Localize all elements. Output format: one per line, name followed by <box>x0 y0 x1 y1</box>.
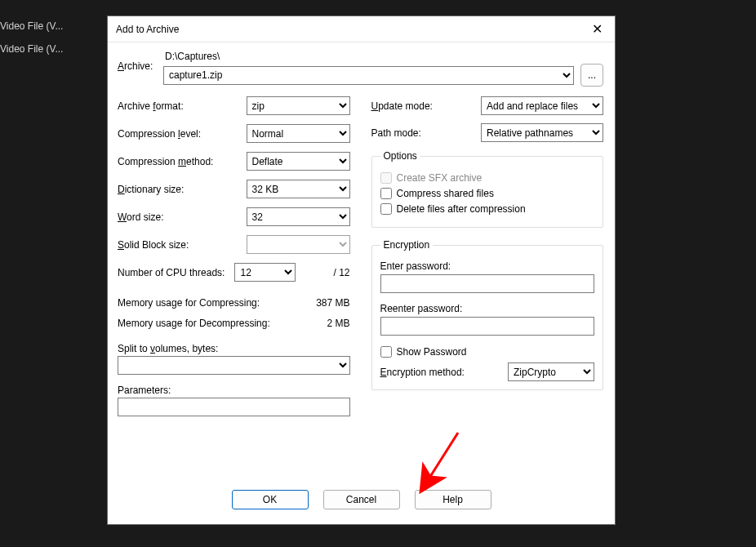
enter-password-label: Enter password: <box>380 260 595 272</box>
sfx-option: Create SFX archive <box>380 172 595 184</box>
mem-compress-label: Memory usage for Compressing: <box>118 297 260 309</box>
encryption-legend: Encryption <box>380 239 434 251</box>
level-label: Compression level: <box>118 128 247 140</box>
update-mode-select[interactable]: Add and replace files <box>481 96 603 115</box>
file-type: Video File (V... <box>0 43 65 55</box>
file-type: Video File (V... <box>0 20 65 32</box>
path-mode-select[interactable]: Relative pathnames <box>481 123 603 142</box>
cpu-label: Number of CPU threads: <box>118 267 234 278</box>
split-label: Split to volumes, bytes: <box>118 343 350 354</box>
reenter-password-label: Reenter password: <box>380 303 595 314</box>
help-button[interactable]: Help <box>415 490 491 509</box>
delete-checkbox[interactable] <box>380 203 392 215</box>
solid-label: Solid Block size: <box>118 239 247 251</box>
archive-path-text: D:\Captures\ <box>163 51 603 62</box>
format-select[interactable]: zip <box>247 96 350 115</box>
close-button[interactable]: ✕ <box>587 21 607 37</box>
mem-decompress-label: Memory usage for Decompressing: <box>118 318 270 329</box>
word-select[interactable]: 32 <box>247 207 350 226</box>
parameters-input[interactable] <box>118 398 350 416</box>
method-label: Compression method: <box>118 156 247 167</box>
path-mode-label: Path mode: <box>371 127 482 139</box>
dialog-title: Add to Archive <box>116 24 179 35</box>
encryption-group: Encryption Enter password: Reenter passw… <box>371 239 604 390</box>
show-password-checkbox[interactable] <box>380 346 392 358</box>
cpu-select[interactable]: 12 <box>234 263 296 282</box>
dictionary-label: Dictionary size: <box>118 184 247 195</box>
shared-checkbox[interactable] <box>380 188 392 199</box>
archive-label: Archive: <box>118 51 163 72</box>
solid-select <box>247 235 350 254</box>
show-password-option[interactable]: Show Password <box>380 346 595 358</box>
add-to-archive-dialog: Add to Archive ✕ Archive: D:\Captures\ c… <box>107 16 616 525</box>
options-legend: Options <box>380 150 420 162</box>
password-input[interactable] <box>380 274 595 293</box>
ok-button[interactable]: OK <box>232 490 309 509</box>
button-row: OK Cancel Help <box>108 478 615 524</box>
encryption-method-select[interactable]: ZipCrypto <box>508 362 594 381</box>
shared-option[interactable]: Compress shared files <box>380 188 595 199</box>
archive-filename-input[interactable]: capture1.zip <box>163 66 574 85</box>
reenter-password-input[interactable] <box>380 317 595 336</box>
titlebar: Add to Archive ✕ <box>108 16 615 42</box>
word-label: Word size: <box>118 211 247 223</box>
mem-compress-value: 387 MB <box>316 297 349 309</box>
level-select[interactable]: Normal <box>247 124 350 143</box>
dictionary-select[interactable]: 32 KB <box>247 180 350 198</box>
method-select[interactable]: Deflate <box>247 152 350 171</box>
mem-decompress-value: 2 MB <box>327 318 349 329</box>
split-select[interactable] <box>118 356 350 375</box>
options-group: Options Create SFX archive Compress shar… <box>371 150 604 228</box>
cancel-button[interactable]: Cancel <box>323 490 400 509</box>
delete-option[interactable]: Delete files after compression <box>380 203 595 215</box>
sfx-checkbox <box>380 172 392 184</box>
cpu-total: / 12 <box>333 267 349 278</box>
format-label: Archive format: <box>118 100 247 112</box>
parameters-label: Parameters: <box>118 385 350 396</box>
encryption-method-label: Encryption method: <box>380 367 465 378</box>
browse-button[interactable]: ... <box>580 64 603 87</box>
update-mode-label: Update mode: <box>371 100 482 112</box>
